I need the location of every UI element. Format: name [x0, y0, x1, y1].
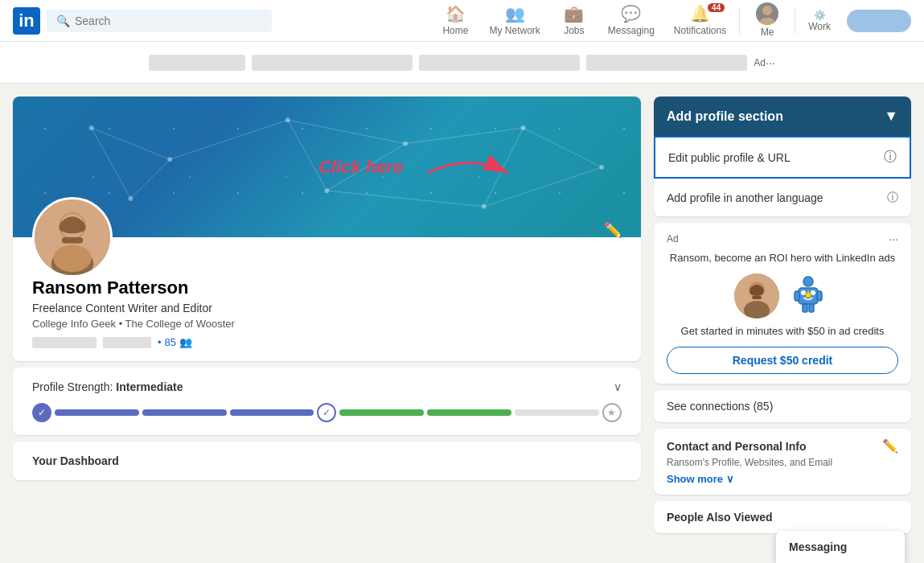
svg-point-9 — [325, 188, 330, 193]
contact-info-subtitle: Ransom's Profile, Websites, and Email — [667, 457, 898, 468]
svg-point-34 — [803, 277, 813, 286]
search-input[interactable] — [75, 14, 262, 27]
people-also-viewed-card: People Also Viewed — [654, 501, 911, 533]
profile-card: Click here — [13, 97, 641, 361]
ad-blur-1 — [149, 55, 245, 71]
ps-bar-container: ✓ ✓ ★ — [32, 403, 622, 422]
ps-segment-1 — [55, 409, 139, 416]
profile-headline: Freelance Content Writer and Editor — [32, 302, 622, 314]
edit-profile-url-text: Edit public profile & URL — [668, 151, 791, 164]
svg-line-20 — [92, 128, 131, 199]
svg-rect-39 — [809, 304, 814, 312]
svg-line-17 — [288, 120, 327, 191]
people-also-viewed-title: People Also Viewed — [667, 511, 773, 524]
profile-actions-row: ··· ✏️ — [581, 221, 622, 239]
ad-card-label: Ad — [667, 233, 679, 245]
ps-star: ★ — [602, 403, 622, 422]
ad-banner-inner — [149, 55, 747, 71]
click-here-label: Click here — [318, 157, 403, 177]
nav-notifications[interactable]: 🔔 44 Notifications — [664, 0, 736, 42]
nav-me[interactable]: Me — [743, 0, 791, 42]
home-icon: 🏠 — [446, 4, 466, 23]
nav-home[interactable]: 🏠 Home — [431, 0, 479, 42]
add-profile-section-button[interactable]: Add profile section ▼ — [654, 97, 911, 136]
click-here-arrow — [419, 149, 515, 197]
notifications-badge: 44 — [708, 3, 725, 12]
nav-items: 🏠 Home 👥 My Network 💼 Jobs 💬 Messaging 🔔… — [431, 0, 911, 42]
ad-card-dots[interactable]: ··· — [889, 232, 898, 245]
profile-strength-card: Profile Strength: Intermediate ∨ ✓ ✓ ★ — [13, 368, 641, 435]
navbar: in 🔍 🏠 Home 👥 My Network 💼 Jobs 💬 Messag… — [0, 0, 924, 42]
svg-point-4 — [285, 117, 290, 122]
sidebar: Add profile section ▼ Edit public profil… — [654, 97, 911, 533]
your-dashboard-title: Your Dashboard — [32, 454, 622, 467]
profile-name: Ransom Patterson — [32, 277, 622, 298]
ad-sidebar-card: Ad ··· Ransom, become an ROI hero with L… — [654, 223, 911, 384]
avatar — [756, 2, 778, 25]
see-connections-row[interactable]: See connections (85) — [654, 390, 911, 422]
svg-point-1 — [759, 18, 775, 25]
ps-segment-3 — [230, 409, 314, 416]
svg-point-3 — [167, 157, 172, 162]
ad-avatars — [667, 273, 898, 318]
svg-rect-33 — [752, 296, 762, 299]
svg-line-13 — [288, 120, 405, 143]
svg-line-12 — [170, 120, 287, 159]
connections-blur2 — [103, 337, 151, 348]
nav-messaging[interactable]: 💬 Messaging — [598, 0, 664, 42]
ad-dots-button[interactable]: ··· — [766, 56, 775, 69]
profile-body: ··· ✏️ Ransom Patterson Freelance Conten… — [13, 237, 641, 361]
messaging-icon: 💬 — [621, 4, 641, 23]
nav-divider — [739, 8, 740, 34]
ps-chevron[interactable]: ∨ — [614, 380, 622, 393]
ps-segment-4 — [339, 409, 424, 416]
svg-rect-36 — [795, 291, 799, 301]
svg-point-2 — [89, 125, 94, 130]
ad-robot-icon — [786, 273, 831, 318]
svg-line-16 — [130, 159, 170, 199]
svg-line-14 — [405, 128, 523, 144]
profile-connections[interactable]: • 85 👥 — [32, 336, 622, 348]
nav-my-network[interactable]: 👥 My Network — [479, 0, 549, 42]
ps-title: Profile Strength: Intermediate — [32, 380, 183, 393]
search-bar[interactable]: 🔍 — [47, 10, 272, 32]
ad-banner: Ad ··· — [0, 42, 924, 84]
svg-point-5 — [403, 142, 408, 146]
ps-segment-2 — [142, 409, 227, 416]
ad-card-body-text: Get started in minutes with $50 in ad cr… — [667, 325, 898, 337]
svg-line-15 — [524, 128, 602, 167]
linkedin-logo[interactable]: in — [13, 7, 40, 35]
search-icon: 🔍 — [56, 14, 70, 27]
add-profile-chevron: ▼ — [884, 108, 898, 125]
ps-segment-5 — [427, 409, 511, 416]
svg-point-8 — [129, 196, 133, 201]
svg-line-11 — [92, 128, 170, 159]
nav-divider2 — [795, 8, 795, 34]
messaging-popup[interactable]: Messaging — [776, 531, 905, 546]
svg-point-7 — [599, 165, 604, 170]
ps-segment-6 — [515, 409, 599, 416]
contact-info-card: Contact and Personal Info ✏️ Ransom's Pr… — [654, 429, 911, 495]
network-icon: 👥 — [505, 4, 525, 23]
contact-info-title: Contact and Personal Info — [667, 440, 806, 453]
contact-info-header: Contact and Personal Info ✏️ — [667, 438, 898, 454]
contact-info-edit-button[interactable]: ✏️ — [882, 438, 898, 454]
nav-work[interactable]: ⚙️ Work — [799, 0, 840, 42]
ad-card-header: Ad ··· — [667, 232, 898, 245]
profile-avatar-wrap — [32, 197, 113, 277]
profile-location: College Info Geek • The College of Woost… — [32, 318, 622, 330]
ps-check-mid: ✓ — [317, 403, 336, 422]
profile-options-button[interactable]: ··· — [581, 222, 598, 239]
nav-jobs[interactable]: 💼 Jobs — [550, 0, 598, 42]
jobs-icon: 💼 — [564, 4, 584, 23]
show-more-button[interactable]: Show more ∨ — [667, 473, 734, 485]
request-credit-button[interactable]: Request $50 credit — [667, 347, 898, 374]
add-language-text: Add profile in another language — [667, 191, 823, 204]
add-language-row[interactable]: Add profile in another language ⓘ — [654, 179, 911, 216]
profile-edit-button[interactable]: ✏️ — [604, 221, 622, 239]
edit-profile-url-row[interactable]: Edit public profile & URL ⓘ — [654, 136, 911, 179]
svg-line-18 — [327, 144, 406, 191]
nav-cta-button[interactable] — [847, 10, 911, 32]
edit-profile-url-icon: ⓘ — [884, 149, 897, 166]
connections-count: 85 — [165, 336, 176, 348]
